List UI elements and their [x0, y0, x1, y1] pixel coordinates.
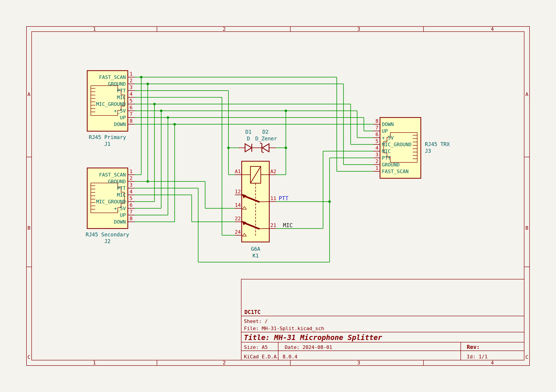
- junction-dot[interactable]: [147, 83, 149, 85]
- junction-dot[interactable]: [174, 123, 176, 125]
- junction-dot[interactable]: [227, 147, 230, 149]
- j2-reference[interactable]: J2: [104, 238, 110, 244]
- title-block-tool: KiCad E.D.A. 8.0.4: [244, 354, 297, 360]
- pin-number: 3: [130, 182, 132, 188]
- zone-col-label: 4: [491, 26, 494, 32]
- zone-col-label: 3: [357, 360, 360, 366]
- zone-col-label: 3: [357, 26, 360, 32]
- d2-value[interactable]: D_Zener: [255, 136, 277, 142]
- pin-number: 7: [376, 125, 378, 131]
- pin-name: UP: [120, 212, 126, 218]
- pin-number: 1: [376, 165, 378, 171]
- pin-name: UP: [120, 115, 126, 120]
- pin-number: 12: [235, 189, 241, 195]
- pin-name: MIC: [117, 192, 126, 198]
- title-block-id: Id: 1/1: [467, 354, 488, 360]
- zone-row-label: C: [27, 354, 30, 360]
- junction-dot[interactable]: [160, 110, 162, 112]
- pin-name: FAST_SCAN: [99, 172, 126, 178]
- title-block-file: File: MH-31-Split.kicad_sch: [244, 326, 324, 331]
- zone-col-label: 4: [491, 360, 494, 366]
- symbol-j1-rj45-primary[interactable]: 1 2 3 4 5 6 7 8 FAST_SCAN GROUND PTT MIC…: [87, 71, 134, 147]
- junction-dot[interactable]: [328, 201, 331, 203]
- symbol-j3-rj45-trx[interactable]: 8 7 6 5 4 3 2 1 DOWN UP +_5V MIC_GROUND …: [373, 118, 450, 178]
- pin-number: 21: [270, 222, 277, 228]
- title-block-outline: [241, 279, 524, 360]
- pin-name: FAST_SCAN: [99, 74, 126, 80]
- pin-number: 5: [130, 98, 132, 104]
- d1-reference[interactable]: D1: [245, 129, 252, 135]
- j1-value[interactable]: RJ45 Primary: [89, 134, 126, 140]
- pin-number: 8: [376, 118, 378, 124]
- symbol-d2-zener[interactable]: D2 D_Zener: [255, 129, 277, 153]
- title-block-sheet: Sheet: /: [244, 318, 268, 324]
- junction-dot[interactable]: [153, 103, 156, 105]
- pin-number: 5: [130, 196, 132, 201]
- pin-name: +_5V: [382, 135, 394, 141]
- pin-name: +_5V: [114, 206, 126, 211]
- pin-number: 3: [130, 85, 132, 90]
- pin-number: 24: [235, 229, 241, 235]
- pin-name: MIC: [117, 95, 126, 100]
- net-label-ptt[interactable]: PTT: [279, 195, 288, 202]
- pin-name: FAST_SCAN: [382, 169, 409, 174]
- symbol-j2-rj45-secondary[interactable]: 1 2 3 4 5 6 7 8 FAST_SCAN GROUND PTT MIC…: [86, 168, 134, 244]
- title-block-company: DC1TC: [244, 309, 261, 315]
- junction-dot[interactable]: [285, 147, 287, 149]
- pin-number: 8: [130, 216, 132, 221]
- junction-dot[interactable]: [147, 180, 149, 183]
- pin-name: MIC_GROUND: [382, 142, 411, 147]
- pin-number: 4: [130, 189, 132, 195]
- pin-number: 6: [130, 202, 132, 208]
- d1-value[interactable]: D: [247, 136, 250, 141]
- d1-triangle: [245, 144, 252, 152]
- pin-number: 4: [376, 145, 378, 151]
- junction-dot[interactable]: [285, 110, 287, 112]
- j3-reference[interactable]: J3: [425, 148, 431, 154]
- pin-name: DOWN: [382, 122, 394, 127]
- k1-value[interactable]: G6A: [251, 246, 260, 252]
- junction-dots[interactable]: [140, 76, 331, 203]
- zone-col-label: 2: [223, 360, 225, 366]
- pin-name: MIC_GROUND: [96, 101, 126, 107]
- d2-reference[interactable]: D2: [262, 129, 269, 135]
- j3-value[interactable]: RJ45 TRX: [425, 141, 450, 147]
- pin-number: 22: [235, 216, 241, 221]
- symbol-k1-relay-g6a[interactable]: A1 A2 12 11 14 22 21 24 G6A K1: [235, 161, 277, 259]
- pin-name: UP: [382, 128, 388, 134]
- zone-col-label: 2: [223, 26, 225, 32]
- pin-name: PTT: [382, 155, 391, 161]
- title-block: DC1TC Sheet: / File: MH-31-Split.kicad_s…: [241, 279, 524, 360]
- title-block-title: Title: MH-31 Microphone Splitter: [244, 333, 382, 342]
- zone-row-label: B: [27, 225, 30, 231]
- pin-number: A2: [270, 169, 277, 174]
- k1-reference[interactable]: K1: [252, 253, 259, 259]
- zone-row-label: B: [525, 225, 528, 231]
- title-block-rev: Rev:: [467, 344, 480, 350]
- pin-name: GROUND: [108, 179, 126, 184]
- pin-name: MIC: [382, 149, 391, 154]
- zone-row-label: A: [27, 92, 30, 97]
- j1-reference[interactable]: J1: [104, 141, 110, 147]
- pin-number: 2: [130, 78, 132, 83]
- pin-name: PTT: [117, 88, 126, 94]
- zone-col-label: 1: [93, 360, 96, 366]
- junction-dot[interactable]: [167, 116, 169, 119]
- zone-row-label: C: [525, 354, 528, 360]
- title-block-date: Date: 2024-08-01: [285, 345, 332, 350]
- net-label-mic[interactable]: MIC: [283, 222, 293, 228]
- pin-number: 1: [130, 71, 132, 77]
- pin-name: DOWN: [114, 122, 126, 127]
- pin-number: 7: [130, 209, 132, 215]
- junction-dot[interactable]: [140, 76, 143, 78]
- pin-name: +_5V: [114, 108, 126, 114]
- pin-name: PTT: [117, 185, 126, 191]
- pin-number: 7: [130, 111, 132, 117]
- j2-value[interactable]: RJ45 Secondary: [86, 232, 129, 237]
- pin-number: 14: [235, 202, 241, 208]
- kicad-schematic-canvas[interactable]: 1 2 3 4 1 2 3 4 A B C A B C DC1TC Sheet:…: [0, 0, 556, 392]
- pin-number: 8: [130, 118, 132, 124]
- pin-name: GROUND: [108, 81, 126, 87]
- pin-number: 4: [130, 91, 132, 97]
- pin-name: GROUND: [382, 162, 400, 167]
